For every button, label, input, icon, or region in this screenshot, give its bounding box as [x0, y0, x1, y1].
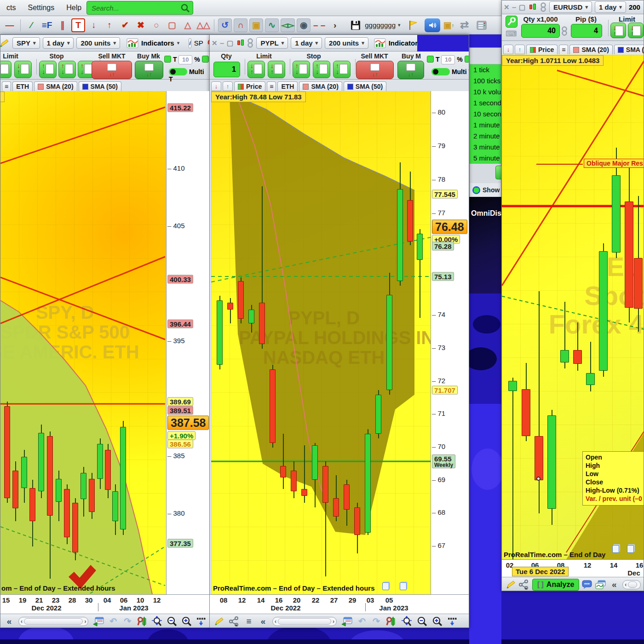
candlestick[interactable] — [508, 381, 517, 391]
close-icon[interactable]: ✕ — [212, 39, 218, 47]
maximize-icon[interactable]: ▢ — [519, 3, 525, 12]
expanding-pattern-tool[interactable]: ◅▻ — [281, 18, 295, 32]
draw-icon[interactable] — [213, 616, 224, 627]
candlestick[interactable] — [386, 295, 392, 390]
timeframe-option-5[interactable]: 1 minute — [470, 120, 501, 131]
zoom-custom-icon[interactable] — [151, 616, 163, 627]
timeframe-option-2[interactable]: 10 k volu — [470, 86, 501, 98]
compress-scale-icon[interactable] — [447, 616, 458, 627]
t-percent-input[interactable]: 10 — [178, 55, 192, 64]
show-toggle-row[interactable]: Show f — [470, 183, 501, 197]
undo-icon[interactable]: ↶ — [108, 616, 118, 627]
timeframe-option-7[interactable]: 3 minute — [470, 142, 501, 153]
draw-icon[interactable] — [506, 579, 516, 590]
timeframe-option-8[interactable]: 5 minute — [470, 153, 501, 164]
check-tool[interactable]: ✔ — [118, 18, 132, 32]
spy-price-axis[interactable]: 415.22410405400.33396.44395389.69389.513… — [166, 91, 210, 594]
selected-point-marker[interactable] — [536, 477, 540, 481]
save-icon[interactable] — [350, 20, 361, 31]
pointer-undo-tool[interactable]: ↺ — [218, 18, 232, 32]
candlestick[interactable] — [80, 473, 86, 499]
note-icon[interactable] — [382, 582, 389, 590]
candlestick[interactable] — [64, 489, 70, 537]
candlestick[interactable] — [56, 479, 62, 502]
zoom-custom-icon[interactable] — [401, 616, 413, 627]
spy-units-dropdown[interactable]: 200 units▾ — [76, 37, 120, 49]
candlestick[interactable] — [397, 189, 403, 281]
pypl-price-axis[interactable]: 80797877.5457776.48+0.00%76.2875.1374737… — [431, 91, 469, 594]
sound-button[interactable] — [425, 18, 440, 32]
candlestick[interactable] — [248, 310, 254, 323]
link-icon[interactable] — [540, 2, 546, 12]
sell-limit-button[interactable]: ↓↑ — [0, 61, 12, 78]
candlestick[interactable] — [547, 415, 556, 509]
spy-timeframe-dropdown[interactable]: 1 day▾ — [43, 37, 74, 49]
candlestick[interactable] — [29, 488, 35, 521]
legend-sma20[interactable]: SMA (20) — [299, 81, 342, 91]
qty-input[interactable]: 40 — [521, 24, 560, 38]
pypl-units-dropdown[interactable]: 200 units▾ — [325, 37, 368, 49]
list-icon[interactable]: ≡ — [2, 81, 11, 91]
stop-order-button[interactable]: ↑↓ — [58, 61, 76, 78]
buy-arrow-icon[interactable]: ↑ — [223, 81, 233, 91]
link-icon[interactable] — [247, 38, 253, 48]
t-checkbox[interactable] — [427, 56, 434, 63]
candlestick[interactable] — [344, 484, 350, 510]
info-icon[interactable]: i — [189, 38, 191, 48]
menu-contacts[interactable]: cts — [5, 3, 17, 13]
t-percent-input[interactable]: 10 — [441, 55, 455, 64]
spy-time-axis[interactable]: 15192123283004061012Dec 2022Jan 2023 — [0, 594, 210, 614]
keyboard-icon[interactable]: ⌨ — [506, 29, 517, 39]
candlestick[interactable] — [599, 251, 608, 371]
triangle-tool[interactable]: △ — [181, 18, 195, 32]
magnet-tool[interactable]: ∩ — [234, 18, 247, 32]
candlestick[interactable] — [12, 471, 18, 508]
eye-edit-tool[interactable]: ◉ — [297, 18, 310, 32]
menu-help[interactable]: Help — [64, 3, 83, 13]
sell-arrow-icon[interactable]: ↓ — [503, 45, 513, 54]
chart-options-icon[interactable] — [385, 616, 397, 627]
eurusd-timeframe-dropdown[interactable]: 1 day▾ — [595, 1, 626, 13]
multi-pattern-tool[interactable]: △△ — [196, 18, 210, 32]
undo-icon[interactable]: ↶ — [357, 616, 367, 627]
horizontal-line-tool[interactable]: — — [3, 18, 17, 32]
sell-mkt-button[interactable]: ↓↑ — [92, 61, 132, 79]
rectangle-tool[interactable]: ▢ — [165, 18, 179, 32]
sell-limit-button[interactable]: ↓↑ — [610, 23, 626, 38]
collapse-scroll-icon[interactable]: « — [609, 579, 619, 590]
chat-icon[interactable] — [582, 579, 592, 590]
candlestick[interactable] — [365, 434, 371, 533]
timeframe-option-3[interactable]: 1 second — [470, 98, 501, 109]
legend-eth[interactable]: ETH — [277, 81, 298, 91]
list-icon[interactable]: ≡ — [559, 45, 568, 54]
candlestick[interactable] — [89, 479, 95, 512]
candlestick[interactable] — [333, 498, 339, 517]
menu-settings[interactable]: Settings — [26, 3, 56, 13]
timeframe-option-4[interactable]: 10 secon — [470, 109, 501, 120]
wrench-button[interactable] — [506, 16, 518, 28]
zoom-out-icon[interactable] — [167, 616, 178, 627]
candlestick[interactable] — [560, 350, 569, 362]
dashed-line-tool[interactable]: – – — [312, 18, 326, 32]
template-dropdown[interactable]: gggggggg▾ — [363, 21, 402, 29]
candlestick[interactable] — [291, 471, 297, 491]
legend-sma20[interactable]: SMA (20) — [34, 81, 77, 91]
windows-icon[interactable] — [596, 579, 606, 590]
pypl-time-axis[interactable]: 08121416202227290305Dec 2022Jan 2023 — [210, 594, 469, 614]
s-checkbox[interactable] — [202, 56, 209, 63]
lock-orders-icon[interactable]: ▣↑ — [442, 18, 456, 32]
h-scrollbar[interactable]: ‹› — [272, 617, 337, 626]
list-icon[interactable]: ≡ — [267, 81, 276, 91]
candle-chart-icon[interactable] — [237, 39, 244, 48]
more-tools[interactable]: › — [328, 18, 342, 32]
stop-order-button[interactable]: ↑↓ — [313, 61, 330, 78]
candlestick[interactable] — [573, 350, 582, 364]
multi-toggle[interactable] — [169, 68, 187, 75]
candlestick[interactable] — [217, 300, 223, 365]
minimize-icon[interactable]: ‒ — [512, 3, 516, 11]
candlestick[interactable] — [407, 200, 413, 242]
edit-icon[interactable] — [0, 38, 10, 49]
s-checkbox[interactable] — [465, 56, 469, 63]
qty-input[interactable]: 1 — [213, 62, 240, 77]
timeframe-option-1[interactable]: 100 ticks — [470, 75, 501, 86]
